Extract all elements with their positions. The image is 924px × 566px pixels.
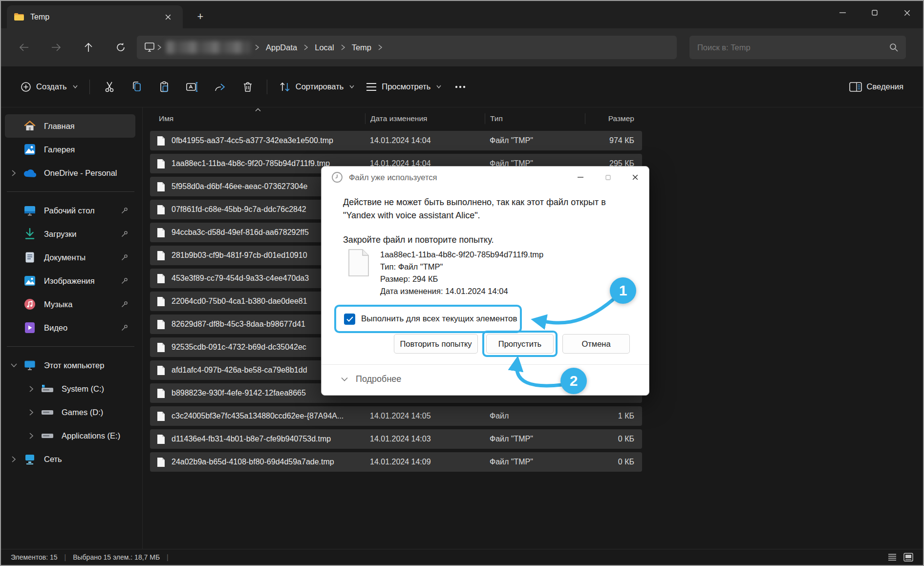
video-icon: [22, 322, 37, 334]
table-row[interactable]: c3c24005bf3e7fc435a134880ccd62ee-{87A94A…: [150, 406, 642, 426]
breadcrumb-temp[interactable]: Temp: [347, 43, 376, 52]
sidebar-item-downloads[interactable]: Загрузки: [5, 222, 135, 246]
sidebar-item-gallery[interactable]: Галерея: [5, 138, 135, 161]
file-icon: [150, 159, 172, 169]
sidebar-item-label: Сеть: [44, 455, 62, 464]
new-tab-button[interactable]: +: [193, 9, 208, 24]
chevron-right-icon[interactable]: [22, 386, 40, 392]
search-box[interactable]: [689, 36, 906, 59]
search-icon[interactable]: [889, 43, 898, 52]
sidebar-item-music[interactable]: Музыка: [5, 293, 135, 316]
view-button[interactable]: Просмотреть: [360, 77, 447, 96]
dialog-file-name: 1aa88ec1-11ba-4b8c-9f20-785b94d711f9.tmp: [380, 249, 543, 261]
dialog-titlebar: Файл уже используется: [322, 167, 649, 188]
forward-button[interactable]: [45, 37, 67, 58]
callout-2-badge: 2: [560, 368, 587, 394]
chevron-right-icon[interactable]: [22, 409, 40, 416]
table-row[interactable]: 24a02b9a-b65d-4108-bf80-69d4d59a7ade.tmp…: [150, 452, 642, 472]
cancel-button[interactable]: Отмена: [562, 334, 630, 354]
breadcrumb-separator: [253, 44, 261, 50]
table-row[interactable]: d11436e4-fb31-4b01-b8e7-cfe9b940753d.tmp…: [150, 429, 642, 449]
sidebar-item-desktop[interactable]: Рабочий стол: [5, 199, 135, 222]
item-count: Элементов: 15: [11, 553, 58, 561]
delete-button[interactable]: [235, 76, 261, 98]
sidebar-item-home[interactable]: Главная: [5, 114, 135, 138]
chevron-right-icon[interactable]: [22, 433, 40, 439]
file-date: 14.01.2024 14:04: [365, 136, 485, 145]
more-options-button[interactable]: [447, 81, 473, 93]
file-icon: [150, 388, 172, 398]
search-input[interactable]: [697, 43, 889, 52]
sidebar-item-label: Изображения: [44, 276, 95, 286]
file-icon: [150, 273, 172, 284]
dialog-message: Действие не может быть выполнено, так ка…: [343, 196, 616, 222]
user-folder-redacted[interactable]: [166, 41, 250, 54]
thumbnail-view-toggle-icon[interactable]: [903, 553, 913, 562]
file-name: c3c24005bf3e7fc435a134880ccd62ee-{87A94A…: [172, 412, 365, 420]
file-size: 1 КБ: [585, 412, 642, 420]
share-button[interactable]: [206, 76, 235, 98]
minimize-button[interactable]: [826, 1, 859, 24]
drive-icon: [40, 431, 55, 440]
column-header-name[interactable]: Имя: [150, 113, 365, 124]
table-row[interactable]: 0fb41955-aa37-4cc5-a377-342ea3e1e500.tmp…: [150, 131, 642, 150]
column-header-date[interactable]: Дата изменения: [365, 113, 485, 124]
chevron-down-icon[interactable]: [5, 363, 22, 367]
copy-button[interactable]: [123, 76, 150, 98]
file-size: 0 КБ: [585, 458, 642, 466]
maximize-button[interactable]: [859, 1, 891, 24]
sidebar-item-this-pc[interactable]: Этот компьютер: [5, 354, 135, 377]
chevron-right-icon[interactable]: [5, 456, 22, 462]
column-header-type[interactable]: Тип: [485, 113, 585, 124]
tab-close-icon[interactable]: [160, 9, 176, 25]
close-button[interactable]: [891, 1, 923, 24]
sidebar-item-pictures[interactable]: Изображения: [5, 269, 135, 293]
pin-icon: [121, 207, 129, 214]
up-button[interactable]: [78, 37, 99, 58]
drive-icon: [40, 384, 55, 393]
navigation-bar: AppData Local Temp: [1, 28, 923, 66]
details-pane-button[interactable]: Сведения: [843, 77, 909, 97]
tab-temp[interactable]: Temp: [7, 5, 183, 28]
rename-button[interactable]: [178, 76, 206, 98]
chevron-right-icon[interactable]: [5, 170, 22, 176]
sidebar-item-video[interactable]: Видео: [5, 316, 135, 339]
navigation-pane: Главная Галерея OneDrive - Personal: [1, 107, 143, 551]
details-expander[interactable]: Подробнее: [341, 374, 401, 384]
chevron-down-icon: [436, 85, 441, 88]
dialog-minimize-button[interactable]: [567, 167, 594, 188]
sort-button[interactable]: Сортировать: [273, 77, 361, 97]
dialog-file-size: Размер: 294 КБ: [380, 273, 543, 285]
file-date: 14.01.2024 14:09: [365, 458, 485, 466]
details-view-toggle-icon[interactable]: [888, 553, 897, 561]
toolbar-divider: [267, 80, 267, 94]
create-button[interactable]: Создать: [15, 77, 84, 97]
sidebar-item-drive-d[interactable]: Games (D:): [22, 400, 135, 424]
dialog-close-icon[interactable]: [622, 167, 649, 188]
apply-to-all-checkbox[interactable]: [344, 314, 355, 325]
address-bar[interactable]: AppData Local Temp: [137, 36, 677, 59]
sidebar-item-network[interactable]: Сеть: [5, 447, 135, 471]
folder-icon: [14, 13, 24, 21]
onedrive-icon: [22, 169, 37, 177]
sidebar-item-onedrive[interactable]: OneDrive - Personal: [5, 161, 135, 185]
retry-button[interactable]: Повторить попытку: [394, 334, 478, 354]
this-pc-icon: [144, 42, 155, 53]
back-button[interactable]: [13, 37, 35, 58]
dialog-title: Файл уже используется: [349, 173, 567, 182]
status-bar: Элементов: 15 | Выбрано 15 элем.: 18,7 М…: [1, 549, 923, 565]
sidebar-item-drive-c[interactable]: System (C:): [22, 377, 135, 400]
column-header-size[interactable]: Размер: [585, 113, 642, 124]
pin-icon: [121, 230, 129, 238]
breadcrumb-appdata[interactable]: AppData: [261, 43, 302, 52]
paste-button[interactable]: [150, 76, 178, 98]
sidebar-item-documents[interactable]: Документы: [5, 246, 135, 269]
sidebar-item-drive-e[interactable]: Applications (E:): [22, 424, 135, 447]
breadcrumb-local[interactable]: Local: [310, 43, 339, 52]
file-name: 24a02b9a-b65d-4108-bf80-69d4d59a7ade.tmp: [172, 458, 365, 466]
dialog-hint: Закройте файл и повторите попытку.: [343, 235, 649, 245]
refresh-button[interactable]: [110, 37, 131, 58]
pin-icon: [121, 253, 129, 261]
cut-button[interactable]: [96, 76, 123, 98]
apply-to-all-label[interactable]: Выполнить для всех текущих элементов: [361, 314, 517, 324]
